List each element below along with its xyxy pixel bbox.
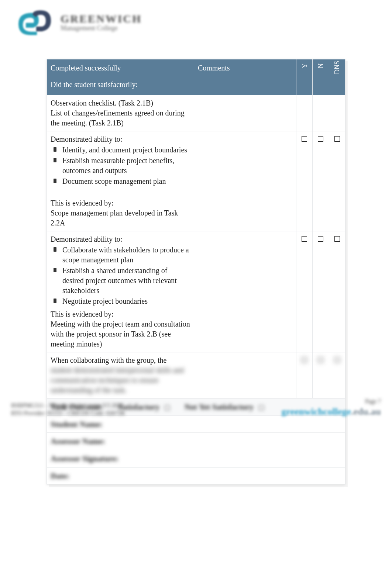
comments-cell[interactable] — [194, 131, 296, 231]
footer-url: greenwichcollege.edu.au — [281, 406, 381, 417]
header-dns: DNS — [329, 59, 345, 95]
header-completed-label: Completed successfully — [51, 63, 190, 73]
n-cell — [313, 352, 329, 399]
footer-left: BSBPMG511 – Manage project scope V3 2020… — [11, 402, 125, 417]
criteria-line: List of changes/refinements agreed on du… — [51, 108, 190, 128]
criteria-cell: Demonstrated ability to: Identify, and d… — [47, 131, 194, 231]
header-n: N — [313, 59, 329, 95]
bullet-item: Negotiate project boundaries — [54, 296, 190, 306]
footer-right: Page 7 greenwichcollege.edu.au — [281, 398, 381, 417]
collab-line: When collaborating with the group, the — [51, 355, 190, 365]
date-label: Date: — [51, 471, 69, 480]
table-row: Demonstrated ability to: Identify, and d… — [47, 131, 345, 231]
logo-text: GREENWICH Management College — [61, 13, 142, 32]
bullet-item: Establish a shared understanding of desi… — [54, 266, 190, 296]
dns-cell — [329, 231, 345, 352]
n-cell — [313, 231, 329, 352]
bullet-item: Document scope management plan — [54, 176, 190, 186]
n-cell — [313, 131, 329, 231]
criteria-cell: Observation checklist. (Task 2.1B) List … — [47, 95, 194, 131]
table-row: Observation checklist. (Task 2.1B) List … — [47, 95, 345, 131]
dns-cell — [329, 352, 345, 399]
logo: GREENWICH Management College — [15, 7, 381, 37]
student-name-label: Student Name: — [51, 420, 103, 429]
bullet-item: Establish measurable project benefits, o… — [54, 156, 190, 176]
assessor-signature-row: Assessor Signature: — [47, 450, 345, 468]
blurred-text: student demonstrated interpersonal skill… — [51, 365, 190, 395]
bullet-item: Identify, and document project boundarie… — [54, 145, 190, 155]
checkbox-icon[interactable] — [302, 236, 307, 242]
ability-intro: Demonstrated ability to: — [51, 234, 190, 244]
assessment-table: Completed successfully Did the student s… — [47, 59, 345, 484]
table-header-row: Completed successfully Did the student s… — [47, 59, 345, 95]
footer-url-tld: .edu.au — [351, 406, 381, 417]
evidence-text: Scope management plan developed in Task … — [51, 208, 190, 228]
y-cell — [296, 231, 313, 352]
checkbox-icon[interactable] — [302, 136, 307, 142]
student-name-row: Student Name: — [47, 415, 345, 433]
table-row: When collaborating with the group, the s… — [47, 352, 345, 399]
evidence-text: Meeting with the project team and consul… — [51, 319, 190, 349]
criteria-cell: When collaborating with the group, the s… — [47, 352, 194, 399]
dns-cell — [329, 95, 345, 131]
logo-subtitle: Management College — [61, 24, 142, 32]
checkbox-icon[interactable] — [302, 357, 307, 363]
footer-doc-title: BSBPMG511 – Manage project scope V3 2020 — [11, 402, 125, 410]
y-cell — [296, 131, 313, 231]
checkbox-icon[interactable] — [318, 357, 323, 363]
ability-bullets: Identify, and document project boundarie… — [51, 145, 190, 186]
table-row: Demonstrated ability to: Collaborate wit… — [47, 231, 345, 352]
y-cell — [296, 352, 313, 399]
footer-rto-info: RTO Provider: 91153 – CRICOS Code: 02672… — [11, 410, 125, 417]
dns-cell — [329, 131, 345, 231]
bullet-item: Collaborate with stakeholders to produce… — [54, 245, 190, 265]
logo-title: GREENWICH — [61, 13, 142, 25]
checkbox-icon[interactable] — [334, 236, 340, 242]
page-number: Page 7 — [281, 398, 381, 405]
page-footer: BSBPMG511 – Manage project scope V3 2020… — [11, 398, 381, 417]
evidence-label: This is evidenced by: — [51, 309, 190, 319]
criteria-cell: Demonstrated ability to: Collaborate wit… — [47, 231, 194, 352]
header-criteria: Completed successfully Did the student s… — [47, 59, 194, 95]
comments-cell[interactable] — [194, 352, 296, 399]
assessor-name-label: Assessor Name: — [51, 437, 105, 446]
assessor-name-row: Assessor Name: — [47, 433, 345, 450]
header-y: Y — [296, 59, 313, 95]
checkbox-icon[interactable] — [334, 136, 340, 142]
header-comments: Comments — [194, 59, 296, 95]
date-row: Date: — [47, 467, 345, 484]
ability-intro: Demonstrated ability to: — [51, 134, 190, 144]
assessor-signature-label: Assessor Signature: — [51, 454, 118, 463]
footer-url-main: greenwichcollege — [281, 406, 351, 417]
logo-mark-icon — [15, 7, 55, 37]
checkbox-icon[interactable] — [334, 357, 340, 363]
checkbox-icon[interactable] — [318, 136, 323, 142]
evidence-label: This is evidenced by: — [51, 198, 190, 208]
ability-bullets: Collaborate with stakeholders to produce… — [51, 245, 190, 306]
n-cell — [313, 95, 329, 131]
checkbox-icon[interactable] — [318, 236, 323, 242]
comments-cell[interactable] — [194, 231, 296, 352]
criteria-line: Observation checklist. (Task 2.1B) — [51, 98, 190, 108]
y-cell — [296, 95, 313, 131]
header-question-label: Did the student satisfactorily: — [51, 80, 190, 90]
comments-cell[interactable] — [194, 95, 296, 131]
